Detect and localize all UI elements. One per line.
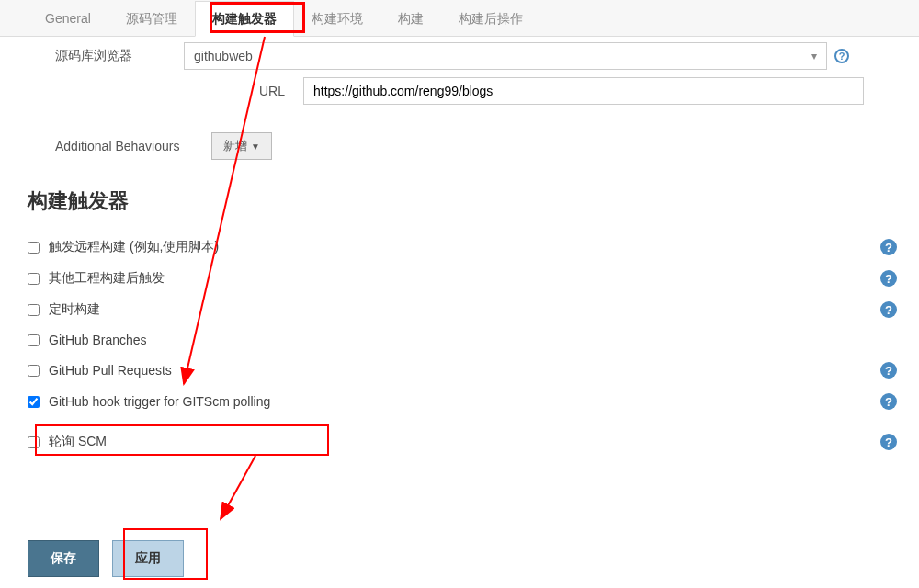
tab-scm[interactable]: 源码管理 [108,1,195,37]
tab-bar: General 源码管理 构建触发器 构建环境 构建 构建后操作 [0,0,919,37]
tab-build-triggers[interactable]: 构建触发器 [195,1,294,37]
trigger-github-hook: GitHub hook trigger for GITScm polling ? [28,386,901,417]
trigger-pr-checkbox[interactable] [28,365,40,377]
trigger-label: GitHub Branches [49,333,901,347]
svg-line-2 [221,456,255,519]
trigger-label: 定时构建 [49,301,880,318]
trigger-after-project: 其他工程构建后触发 ? [28,263,901,294]
help-icon[interactable]: ? [880,301,897,318]
trigger-remote-checkbox[interactable] [28,242,40,254]
trigger-after-checkbox[interactable] [28,273,40,285]
add-behaviour-button[interactable]: 新增▼ [211,132,272,160]
footer-bar: 保存 应用 [28,540,184,577]
trigger-github-branches: GitHub Branches [28,325,901,355]
trigger-branches-checkbox[interactable] [28,334,40,346]
additional-behaviours-label: Additional Behaviours [28,139,211,153]
trigger-label: 轮询 SCM [49,434,880,450]
trigger-label: 触发远程构建 (例如,使用脚本) [49,239,880,255]
help-icon[interactable]: ? [880,239,897,255]
help-icon[interactable]: ? [880,393,897,410]
save-button[interactable]: 保存 [28,540,99,577]
trigger-github-pr: GitHub Pull Requests ? [28,355,901,386]
trigger-hook-checkbox[interactable] [28,396,40,408]
url-input[interactable] [303,77,864,105]
trigger-poll-scm: 轮询 SCM ? [28,426,901,458]
url-label: URL [28,84,303,98]
trigger-remote: 触发远程构建 (例如,使用脚本) ? [28,232,901,263]
tab-build[interactable]: 构建 [380,1,441,37]
help-icon[interactable]: ? [880,270,897,287]
trigger-label: GitHub hook trigger for GITScm polling [49,394,880,409]
chevron-down-icon: ▼ [251,141,260,152]
trigger-poll-checkbox[interactable] [28,436,40,448]
trigger-label: 其他工程构建后触发 [49,270,880,287]
tab-post-build[interactable]: 构建后操作 [441,1,540,37]
tab-general[interactable]: General [28,1,108,37]
triggers-section-title: 构建触发器 [28,187,901,215]
trigger-schedule-checkbox[interactable] [28,304,40,316]
scm-browser-select[interactable]: githubweb [184,42,827,70]
trigger-label: GitHub Pull Requests [49,363,880,378]
trigger-schedule: 定时构建 ? [28,294,901,325]
help-icon[interactable]: ? [880,434,897,450]
help-icon[interactable]: ? [880,362,897,379]
scm-browser-label: 源码库浏览器 [28,48,184,64]
tab-build-env[interactable]: 构建环境 [294,1,380,37]
main-content: 源码库浏览器 githubweb ? URL Additional Behavi… [0,42,919,458]
apply-button[interactable]: 应用 [112,540,184,577]
help-icon[interactable]: ? [834,49,849,63]
